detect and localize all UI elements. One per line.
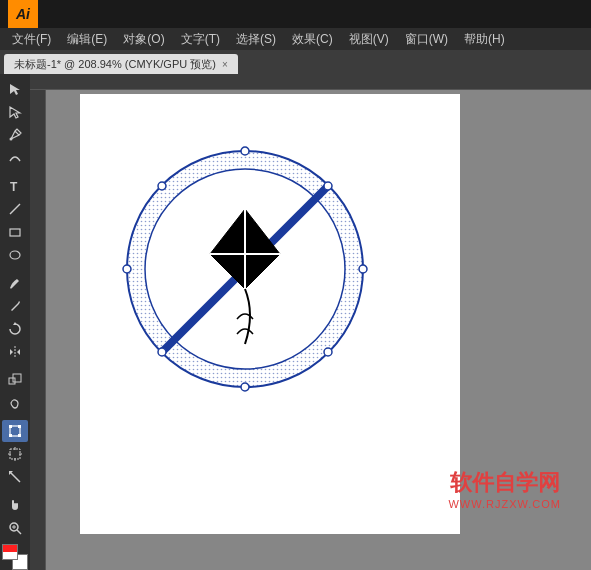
svg-rect-5 [10,229,20,236]
svg-line-4 [10,204,20,214]
menu-edit[interactable]: 编辑(E) [59,29,115,50]
left-toolbar: T [0,74,30,570]
svg-point-45 [158,182,166,190]
watermark: 软件自学网 WWW.RJZXW.COM [448,468,561,510]
document-tab[interactable]: 未标题-1* @ 208.94% (CMYK/GPU 预览) × [4,54,238,74]
pencil-tool[interactable] [2,295,28,317]
tab-close-button[interactable]: × [222,59,228,70]
tab-bar: 未标题-1* @ 208.94% (CMYK/GPU 预览) × [0,50,591,74]
curvature-tool[interactable] [2,147,28,169]
svg-point-46 [324,348,332,356]
slice-tool[interactable] [2,466,28,488]
color-swatches: ••• [0,544,30,570]
svg-rect-14 [9,425,12,428]
zoom-tool[interactable] [2,517,28,539]
warp-tool[interactable] [2,392,28,414]
menu-select[interactable]: 选择(S) [228,29,284,50]
svg-line-23 [10,472,20,482]
canvas-area[interactable]: 软件自学网 WWW.RJZXW.COM [30,74,591,570]
menu-bar: 文件(F) 编辑(E) 对象(O) 文字(T) 选择(S) 效果(C) 视图(V… [0,28,591,50]
svg-point-40 [359,265,367,273]
svg-point-43 [324,182,332,190]
menu-file[interactable]: 文件(F) [4,29,59,50]
svg-marker-9 [10,349,13,355]
watermark-sub-text: WWW.RJZXW.COM [448,498,561,510]
menu-help[interactable]: 帮助(H) [456,29,513,50]
free-transform-tool[interactable] [2,420,28,442]
arrow-tool[interactable] [2,78,28,100]
main-area: T [0,74,591,570]
svg-point-44 [158,348,166,356]
ruler-top [30,74,591,90]
svg-marker-1 [10,107,20,118]
direct-select-tool[interactable] [2,101,28,123]
menu-text[interactable]: 文字(T) [173,29,228,50]
reflect-tool[interactable] [2,341,28,363]
svg-rect-16 [9,434,12,437]
menu-view[interactable]: 视图(V) [341,29,397,50]
svg-point-41 [241,383,249,391]
ellipse-tool[interactable] [2,244,28,266]
pen-tool[interactable] [2,124,28,146]
svg-rect-18 [10,449,20,459]
type-tool[interactable]: T [2,175,28,197]
svg-rect-15 [18,425,21,428]
menu-window[interactable]: 窗口(W) [397,29,456,50]
svg-point-2 [10,138,13,141]
ruler-left [30,90,46,570]
svg-marker-0 [10,84,20,95]
foreground-swatch[interactable] [2,544,18,560]
artwork [100,124,390,414]
svg-point-39 [241,147,249,155]
hand-tool[interactable] [2,494,28,516]
menu-effect[interactable]: 效果(C) [284,29,341,50]
svg-point-42 [123,265,131,273]
svg-rect-11 [9,378,15,384]
svg-point-6 [10,251,20,259]
watermark-main-text: 软件自学网 [448,468,561,498]
brush-tool[interactable] [2,272,28,294]
artboard-tool[interactable] [2,443,28,465]
scale-tool[interactable] [2,369,28,391]
rect-tool[interactable] [2,221,28,243]
tab-label: 未标题-1* @ 208.94% (CMYK/GPU 预览) [14,57,216,72]
ai-logo: Ai [8,0,38,28]
rotate-tool[interactable] [2,318,28,340]
svg-line-26 [17,530,21,534]
title-bar: Ai [0,0,591,28]
svg-rect-17 [18,434,21,437]
line-tool[interactable] [2,198,28,220]
svg-marker-10 [17,349,20,355]
menu-object[interactable]: 对象(O) [115,29,172,50]
svg-text:T: T [10,180,18,193]
